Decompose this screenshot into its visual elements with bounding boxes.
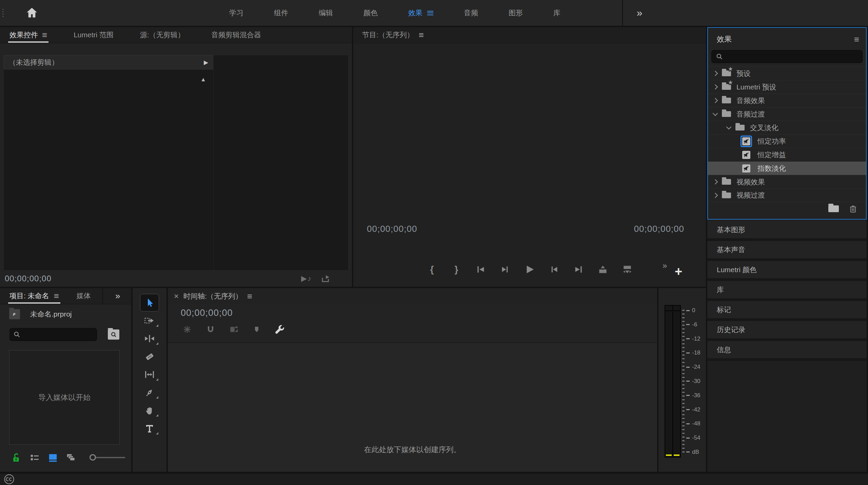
workspace-overflow-button[interactable]: » xyxy=(629,0,650,26)
tree-item-constant-gain[interactable]: 恒定增益 xyxy=(708,148,866,161)
program-tab-strip: 节目:（无序列） ≡ xyxy=(353,27,706,43)
workspace-tab-audio[interactable]: 音频 xyxy=(464,8,478,18)
workspace-tab-effects[interactable]: 效果 xyxy=(408,8,433,18)
tool-ripple-edit[interactable] xyxy=(133,329,166,347)
expand-right-icon[interactable]: ▶ xyxy=(204,59,208,66)
play-audio-icon[interactable]: ▶♪ xyxy=(301,274,312,283)
tree-item-lumetri-presets[interactable]: ★ Lumetri 预设 xyxy=(708,80,866,94)
mark-in-button[interactable]: { xyxy=(426,263,438,276)
panel-tab-info[interactable]: 信息 xyxy=(707,341,867,358)
freeform-view-button[interactable] xyxy=(65,452,76,463)
workspace-tab-learning[interactable]: 学习 xyxy=(229,8,243,18)
linked-selection-toggle[interactable] xyxy=(229,324,239,335)
go-to-out-button[interactable] xyxy=(573,263,584,276)
tree-item-constant-power[interactable]: 恒定功率 xyxy=(708,134,866,148)
tree-item-presets[interactable]: ★ 预设 xyxy=(708,66,866,80)
search-bin-button[interactable] xyxy=(108,329,119,340)
timeline-settings-button[interactable] xyxy=(274,324,285,335)
chevron-right-icon[interactable] xyxy=(713,193,718,198)
tool-track-select-forward[interactable] xyxy=(133,311,166,329)
close-icon[interactable]: × xyxy=(174,291,179,301)
transport-overflow-button[interactable]: » xyxy=(663,261,667,270)
tab-media-browser[interactable]: 媒体 xyxy=(75,288,92,304)
program-current-timecode[interactable]: 00;00;00;00 xyxy=(367,224,417,234)
scroll-up-icon[interactable]: ▲ xyxy=(200,76,206,83)
mark-out-button[interactable]: } xyxy=(451,263,462,276)
zoom-slider[interactable] xyxy=(90,454,125,461)
tab-timeline[interactable]: 时间轴:（无序列） xyxy=(183,291,242,301)
workspace-tab-assembly[interactable]: 组件 xyxy=(274,8,288,18)
workspace-tab-color[interactable]: 颜色 xyxy=(363,8,378,18)
panel-tab-markers[interactable]: 标记 xyxy=(707,301,867,318)
tab-lumetri-scopes[interactable]: Lumetri 范围 xyxy=(72,27,115,43)
delete-button[interactable] xyxy=(848,204,858,214)
nest-sequence-toggle[interactable] xyxy=(182,324,192,335)
chevron-right-icon[interactable] xyxy=(713,71,718,76)
chevron-right-icon[interactable] xyxy=(713,84,718,90)
tool-selection[interactable] xyxy=(133,294,166,311)
navigate-up-icon[interactable] xyxy=(9,309,20,319)
chevron-down-icon[interactable] xyxy=(726,124,732,130)
panel-menu-icon[interactable]: ≡ xyxy=(42,31,47,39)
panel-tab-history[interactable]: 历史记录 xyxy=(707,321,867,338)
tree-item-audio-effects[interactable]: 音频效果 xyxy=(708,94,866,107)
workspace-menu-icon[interactable] xyxy=(427,11,433,15)
snap-toggle[interactable] xyxy=(206,324,215,335)
extract-button[interactable] xyxy=(622,263,633,276)
play-button[interactable] xyxy=(524,263,535,276)
project-tabs-overflow-button[interactable]: » xyxy=(115,288,120,304)
tree-item-crossfade[interactable]: 交叉淡化 xyxy=(708,121,866,134)
add-marker-button[interactable] xyxy=(253,325,261,334)
program-panel-menu-icon[interactable]: ≡ xyxy=(419,31,424,39)
import-media-drop-area[interactable]: 导入媒体以开始 xyxy=(9,350,120,445)
zoom-slider-knob[interactable] xyxy=(90,454,96,461)
go-to-in-button[interactable] xyxy=(475,263,487,276)
list-view-button[interactable] xyxy=(29,452,40,463)
tool-type[interactable] xyxy=(133,419,166,437)
chevron-right-icon[interactable] xyxy=(713,179,718,185)
project-search-input[interactable] xyxy=(9,328,97,341)
icon-view-button[interactable] xyxy=(48,452,58,463)
effects-panel-menu-icon[interactable]: ≡ xyxy=(854,35,859,44)
zoom-slider-track[interactable] xyxy=(96,457,125,458)
tab-audio-clip-mixer[interactable]: 音频剪辑混合器 xyxy=(210,27,262,43)
tab-effect-controls[interactable]: 效果控件 ≡ xyxy=(8,27,48,43)
panel-tab-essential-sound[interactable]: 基本声音 xyxy=(707,241,867,258)
tool-hand[interactable] xyxy=(133,401,166,419)
workspace-tab-editing[interactable]: 编辑 xyxy=(319,8,333,18)
step-forward-button[interactable] xyxy=(548,263,560,276)
panel-tab-lumetri-color[interactable]: Lumetri 颜色 xyxy=(707,261,867,278)
chevron-down-icon[interactable] xyxy=(713,111,718,116)
export-frame-icon[interactable] xyxy=(321,274,331,284)
no-clip-selected-header[interactable]: （未选择剪辑） ▶ xyxy=(4,55,213,69)
timeline-panel-menu-icon[interactable]: ≡ xyxy=(247,292,252,301)
effects-search-input[interactable] xyxy=(711,50,863,63)
creative-cloud-icon[interactable] xyxy=(3,473,15,485)
tab-project[interactable]: 项目: 未命名 ≡ xyxy=(8,288,60,304)
panel-tab-essential-graphics[interactable]: 基本图形 xyxy=(707,221,867,238)
tree-item-audio-transitions[interactable]: 音频过渡 xyxy=(708,107,866,121)
tab-program-monitor[interactable]: 节目:（无序列） xyxy=(362,30,414,40)
step-back-button[interactable] xyxy=(499,263,511,276)
workspace-tab-graphics[interactable]: 图形 xyxy=(509,8,523,18)
audio-level-meter[interactable] xyxy=(665,305,681,458)
workspace-tab-libraries[interactable]: 库 xyxy=(553,8,560,18)
tool-pen[interactable] xyxy=(133,383,166,401)
tab-effects[interactable]: 效果 xyxy=(717,34,732,44)
tree-item-video-transitions[interactable]: 视频过渡 xyxy=(708,188,866,202)
timeline-drop-area[interactable]: 在此处放下媒体以创建序列。 xyxy=(168,342,657,472)
new-bin-button[interactable] xyxy=(828,205,839,212)
tab-source-monitor[interactable]: 源:（无剪辑） xyxy=(139,27,186,43)
timeline-timecode[interactable]: 00;00;00;00 xyxy=(181,308,233,318)
project-file-row[interactable]: 未命名.prproj xyxy=(9,309,72,319)
home-button[interactable] xyxy=(24,5,39,20)
add-button[interactable]: + xyxy=(675,265,682,278)
tool-slip[interactable] xyxy=(133,365,166,383)
chevron-right-icon[interactable] xyxy=(713,98,718,103)
project-panel-menu-icon[interactable]: ≡ xyxy=(54,291,59,300)
panel-tab-libraries[interactable]: 库 xyxy=(707,281,867,298)
tool-razor[interactable] xyxy=(133,347,166,365)
tree-item-video-effects[interactable]: 视频效果 xyxy=(708,175,866,188)
lift-button[interactable] xyxy=(597,263,609,276)
tree-item-exponential-fade[interactable]: 指数淡化 xyxy=(708,161,866,175)
